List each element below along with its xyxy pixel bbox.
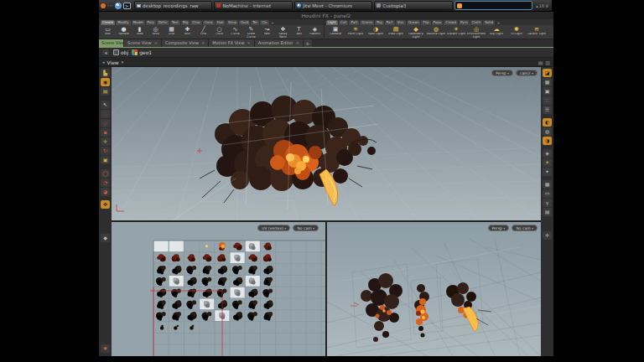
taskbar-task-nomachine-internet[interactable]: NoMachine - internet (214, 1, 292, 10)
launcher-menu-icon[interactable]: ⋯ (107, 3, 113, 9)
shelf-tool-box[interactable]: ▭Box (100, 25, 116, 39)
shelf-tool-spray-paint[interactable]: ❖Spray Paint (275, 25, 291, 39)
gamma-icon[interactable]: γ (543, 199, 552, 207)
move-tool-icon[interactable]: ✛ (101, 137, 110, 146)
viewport-layout-icon[interactable]: ▤ (538, 59, 543, 65)
shelf-tool-spot-light[interactable]: ◑Spot Light (366, 25, 386, 39)
select-prims-icon[interactable]: ▪ (101, 128, 110, 137)
lighting-normal-icon[interactable]: ☀ (543, 158, 552, 167)
taskbar-task-desktop-recordings-raw[interactable]: desktop_recordings_raw (134, 1, 212, 10)
shelf-tool-null[interactable]: ✚Null (179, 25, 195, 39)
display-points-icon[interactable]: ∷ (543, 96, 552, 105)
handles-icon[interactable]: ✜ (101, 200, 110, 209)
layout-thumb-icon[interactable]: ▙ (101, 69, 110, 77)
path-crumb-geo1[interactable]: geo1 (132, 49, 152, 55)
shelf-tool-camera[interactable]: ▣Camera (325, 25, 345, 39)
rotate-tool-icon[interactable]: ↻ (101, 147, 110, 155)
shelf-tool-gi-light[interactable]: ✺GI Light (506, 25, 527, 39)
pane-tab-scene-view[interactable]: Scene View× (124, 39, 162, 47)
shelf-tool-point-light[interactable]: ✳Point Light (345, 25, 366, 39)
shelf-tool-grid[interactable]: ▦Grid (164, 25, 179, 39)
snapshot-icon[interactable]: ▤ (101, 87, 110, 96)
shelf-tool-torus[interactable]: ◎Torus (148, 25, 164, 39)
camera-menu-button[interactable]: cam2 ▾ (516, 70, 538, 76)
view-menu-button[interactable]: UV (vertex) ▾ (257, 225, 290, 231)
persp-viewport-render (112, 67, 541, 220)
close-tab-icon[interactable]: × (296, 39, 299, 47)
terminal-icon[interactable]: > (123, 3, 131, 9)
pane-maximize-icon[interactable]: ✛ (543, 231, 552, 240)
shelf-tool-caustic-light[interactable]: ≋Caustic Light (527, 25, 547, 39)
new-tab-button[interactable]: + (304, 39, 312, 47)
lock-selection-icon[interactable]: ▣ (543, 87, 552, 96)
tube-icon: ▮ (138, 25, 142, 33)
select-points-icon[interactable]: ∷ (101, 110, 110, 118)
taskbar-task-houdini[interactable] (454, 1, 532, 10)
select-edges-icon[interactable]: ◇ (101, 119, 110, 127)
select-visible-icon[interactable]: ◪ (543, 69, 552, 77)
pane-tab-active[interactable]: Scene View (99, 39, 124, 47)
snap-ring-1-icon[interactable]: ◯ (101, 169, 110, 178)
path-crumb-obj[interactable]: obj (113, 49, 128, 55)
shaded-mode-icon[interactable]: ◐ (543, 118, 552, 127)
lighting-high-icon[interactable]: ✦ (543, 168, 552, 176)
shelf-set-lights: LightCollPartGrainsRigPartViscOceanFlipP… (324, 19, 553, 39)
collapse-toolbar-icon[interactable]: ◂ (102, 59, 105, 65)
pane-tab-motion-fx-view[interactable]: Motion FX View× (209, 39, 255, 47)
viewport-uv[interactable]: UV (vertex) ▾ No cam ▾ (112, 222, 325, 356)
camera-menu-button[interactable]: No cam ▾ (512, 225, 538, 231)
scale-tool-icon[interactable]: ▣ (101, 156, 110, 164)
shelf-tool-label: Distant Light (447, 33, 465, 36)
shelf-tool-curve[interactable]: ∿Curve (227, 25, 243, 39)
snap-ring-2-icon[interactable]: ◔ (101, 178, 110, 187)
tray-expand-icon[interactable]: ▴ (536, 3, 538, 8)
caustic-light-icon: ≋ (534, 25, 539, 33)
shelf-tool-sphere[interactable]: ●Sphere (116, 25, 132, 39)
viewport-persp-secondary[interactable]: Persp ▾ No cam ▾ (327, 222, 541, 356)
shelf-tool-sky-light[interactable]: ☁Sky Light (486, 25, 506, 39)
snap-ring-3-icon[interactable]: ◕ (101, 188, 110, 196)
view-tool-icon[interactable]: ◉ (101, 78, 110, 86)
grid-toggle-icon[interactable]: ▦ (543, 180, 552, 189)
wireframe-mode-icon[interactable]: ◍ (543, 127, 552, 136)
shelf-tool-environment-light[interactable]: ◎Environment Light (466, 25, 486, 39)
shelf-tool-geometry-light[interactable]: ◆Geometry Light (406, 25, 426, 39)
shelf-tool-line[interactable]: ╱Line (195, 25, 211, 39)
pane-flag-icon[interactable]: ✸ (101, 344, 110, 353)
close-tab-icon[interactable]: × (247, 39, 251, 47)
pane-tab-composite-view[interactable]: Composite View× (162, 39, 209, 47)
viewport-menu-icon[interactable]: ▥ (545, 59, 550, 65)
shelf-tool-tube[interactable]: ▮Tube (132, 25, 148, 39)
shelf-tool-volume-light[interactable]: ◍Volume Light (426, 25, 446, 39)
pane-tab-animation-editor[interactable]: Animation Editor× (255, 39, 304, 47)
shelf-tool-area-light[interactable]: ▤Area Light (386, 25, 406, 39)
snapshot-bar-icon[interactable]: ▤ (543, 208, 552, 216)
shelf-tool-platonic[interactable]: ◈Platonic (307, 25, 323, 39)
select-whole-icon[interactable]: ▦ (543, 78, 552, 86)
smooth-shade-icon[interactable]: ◑ (543, 137, 552, 145)
camera-menu-button[interactable]: No cam ▾ (293, 225, 319, 231)
tool-dropdown-icon[interactable]: ▾ (122, 59, 124, 65)
back-arrow-icon[interactable]: ◂ (101, 49, 110, 56)
viewport-persp-main[interactable]: Persp ▾ cam2 ▾ (112, 67, 541, 220)
select-arrow-icon[interactable]: ↖ (101, 101, 110, 109)
close-tab-icon[interactable]: × (154, 39, 158, 47)
shelf-tool-label: Sphere (118, 33, 128, 36)
shelf-tool-text[interactable]: TText (291, 25, 307, 39)
display-options-icon[interactable]: ☰ (543, 106, 552, 114)
uv-pane-tool-icon[interactable]: ◆ (101, 234, 110, 242)
taskbar-task-cuetopia3[interactable]: Cuetopia3 (374, 1, 452, 10)
view-menu-button[interactable]: Persp ▾ (491, 70, 513, 76)
shelf-tool-distant-light[interactable]: ☀Distant Light (446, 25, 466, 39)
launcher-orb-icon[interactable] (101, 3, 106, 8)
shelf-tool-circle[interactable]: ○Circle (211, 25, 227, 39)
view-menu-button[interactable]: Persp ▾ (488, 225, 510, 231)
taskbar-task-jitsi-meet-chromium[interactable]: Jitsi Meet - Chromium (294, 1, 372, 10)
close-tab-icon[interactable]: × (201, 39, 205, 47)
material-flag-icon[interactable]: ◈ (543, 149, 552, 158)
view-mask-icon[interactable]: ▭ (543, 189, 552, 198)
shelf-tool-path[interactable]: ↝Path (259, 25, 275, 39)
chromium-icon[interactable] (115, 3, 122, 9)
shelf-tool-draw-curve[interactable]: ✎Draw Curve (243, 25, 259, 39)
shelf-tool-label: Draw Curve (243, 33, 259, 39)
